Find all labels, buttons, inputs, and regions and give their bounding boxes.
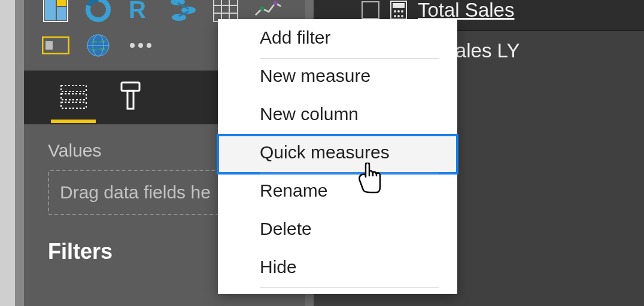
viz-icon-treemap[interactable] xyxy=(42,0,69,23)
svg-rect-2 xyxy=(57,0,66,6)
field-label: Total Sales xyxy=(418,0,514,22)
svg-point-9 xyxy=(172,14,186,21)
calculator-icon xyxy=(390,1,407,20)
menu-item-hide[interactable]: Hide xyxy=(218,250,457,288)
svg-point-15 xyxy=(260,6,264,10)
app-left-gutter-inner xyxy=(15,0,24,306)
viz-icon-donut[interactable] xyxy=(84,0,112,23)
values-drop-zone[interactable]: Drag data fields he xyxy=(48,170,233,215)
menu-item-label: New measure xyxy=(260,66,370,85)
svg-point-34 xyxy=(397,10,400,13)
svg-point-35 xyxy=(401,10,403,13)
svg-rect-32 xyxy=(393,3,405,8)
menu-item-label: Quick measures xyxy=(260,142,390,162)
menu-item-label: Hide xyxy=(260,257,297,277)
viz-icon-more-ellipsis[interactable] xyxy=(127,32,154,59)
viz-icon-data-flow[interactable] xyxy=(169,0,197,23)
svg-rect-27 xyxy=(61,94,86,100)
filters-section-header: Filters xyxy=(48,239,113,264)
svg-rect-10 xyxy=(214,0,238,22)
svg-rect-30 xyxy=(127,91,133,109)
svg-point-33 xyxy=(394,10,396,13)
svg-point-25 xyxy=(147,43,151,48)
svg-point-24 xyxy=(138,43,143,48)
svg-rect-28 xyxy=(61,102,86,108)
svg-point-37 xyxy=(397,15,400,17)
active-tab-indicator xyxy=(51,120,96,123)
menu-item-quick-measures[interactable]: Quick measures xyxy=(218,135,457,173)
svg-point-8 xyxy=(181,7,196,14)
svg-point-38 xyxy=(401,15,403,17)
values-drop-placeholder: Drag data fields he xyxy=(60,182,211,203)
menu-item-label: New column xyxy=(260,104,359,124)
menu-item-label: Rename xyxy=(260,180,327,200)
svg-rect-3 xyxy=(57,7,66,20)
menu-item-rename[interactable]: Rename xyxy=(218,173,457,212)
viz-icon-r-visual[interactable]: R xyxy=(127,0,154,23)
menu-item-new-measure[interactable]: New measure xyxy=(218,59,457,97)
field-checkbox[interactable] xyxy=(362,1,379,19)
menu-item-label: Delete xyxy=(260,219,312,238)
svg-point-16 xyxy=(273,1,277,5)
viz-icon-globe[interactable] xyxy=(84,32,112,59)
tab-fields[interactable] xyxy=(57,71,90,123)
svg-rect-29 xyxy=(121,82,139,91)
menu-item-label: Add filter xyxy=(260,27,330,47)
svg-point-36 xyxy=(394,15,396,17)
viz-icon-kpi-box[interactable] xyxy=(42,32,69,59)
svg-rect-26 xyxy=(61,85,86,91)
svg-point-23 xyxy=(130,43,135,48)
app-left-gutter xyxy=(0,0,24,306)
svg-rect-1 xyxy=(45,0,56,20)
svg-rect-18 xyxy=(45,41,53,50)
context-menu: Add filter New measure New column Quick … xyxy=(218,19,457,294)
values-section-label: Values xyxy=(48,140,102,161)
tab-format[interactable] xyxy=(114,71,147,123)
menu-item-add-filter[interactable]: Add filter xyxy=(218,20,457,59)
svg-text:R: R xyxy=(129,0,146,23)
menu-item-delete[interactable]: Delete xyxy=(218,212,457,250)
svg-point-7 xyxy=(171,0,185,5)
menu-item-new-column[interactable]: New column xyxy=(218,97,457,135)
